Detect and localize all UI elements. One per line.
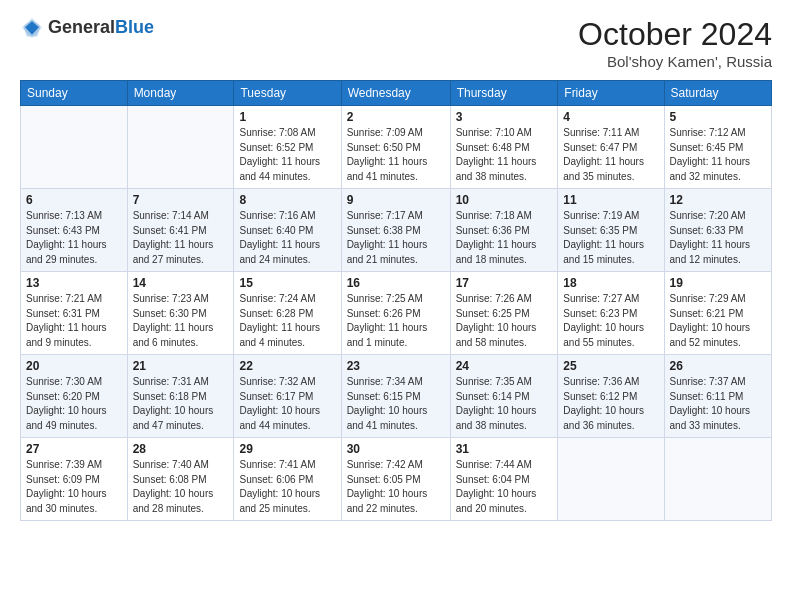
sunset-text: Sunset: 6:36 PM: [456, 225, 530, 236]
table-cell: 22 Sunrise: 7:32 AM Sunset: 6:17 PM Dayl…: [234, 355, 341, 438]
sunrise-text: Sunrise: 7:21 AM: [26, 293, 102, 304]
day-info: Sunrise: 7:36 AM Sunset: 6:12 PM Dayligh…: [563, 375, 658, 433]
day-number: 1: [239, 110, 335, 124]
daylight-text: Daylight: 10 hours and 49 minutes.: [26, 405, 107, 431]
table-cell: 21 Sunrise: 7:31 AM Sunset: 6:18 PM Dayl…: [127, 355, 234, 438]
day-number: 2: [347, 110, 445, 124]
table-cell: 27 Sunrise: 7:39 AM Sunset: 6:09 PM Dayl…: [21, 438, 128, 521]
day-number: 24: [456, 359, 553, 373]
day-number: 13: [26, 276, 122, 290]
sunset-text: Sunset: 6:43 PM: [26, 225, 100, 236]
table-cell: 7 Sunrise: 7:14 AM Sunset: 6:41 PM Dayli…: [127, 189, 234, 272]
calendar-week-row: 13 Sunrise: 7:21 AM Sunset: 6:31 PM Dayl…: [21, 272, 772, 355]
day-info: Sunrise: 7:12 AM Sunset: 6:45 PM Dayligh…: [670, 126, 766, 184]
day-info: Sunrise: 7:09 AM Sunset: 6:50 PM Dayligh…: [347, 126, 445, 184]
table-cell: [127, 106, 234, 189]
table-cell: 14 Sunrise: 7:23 AM Sunset: 6:30 PM Dayl…: [127, 272, 234, 355]
sunset-text: Sunset: 6:17 PM: [239, 391, 313, 402]
day-info: Sunrise: 7:11 AM Sunset: 6:47 PM Dayligh…: [563, 126, 658, 184]
daylight-text: Daylight: 11 hours and 29 minutes.: [26, 239, 107, 265]
sunset-text: Sunset: 6:12 PM: [563, 391, 637, 402]
daylight-text: Daylight: 10 hours and 36 minutes.: [563, 405, 644, 431]
sunrise-text: Sunrise: 7:10 AM: [456, 127, 532, 138]
table-cell: 6 Sunrise: 7:13 AM Sunset: 6:43 PM Dayli…: [21, 189, 128, 272]
calendar-header-row: Sunday Monday Tuesday Wednesday Thursday…: [21, 81, 772, 106]
sunset-text: Sunset: 6:15 PM: [347, 391, 421, 402]
day-number: 28: [133, 442, 229, 456]
logo: GeneralBlue: [20, 16, 154, 40]
table-cell: 28 Sunrise: 7:40 AM Sunset: 6:08 PM Dayl…: [127, 438, 234, 521]
daylight-text: Daylight: 10 hours and 38 minutes.: [456, 405, 537, 431]
day-info: Sunrise: 7:37 AM Sunset: 6:11 PM Dayligh…: [670, 375, 766, 433]
daylight-text: Daylight: 11 hours and 32 minutes.: [670, 156, 751, 182]
day-info: Sunrise: 7:44 AM Sunset: 6:04 PM Dayligh…: [456, 458, 553, 516]
daylight-text: Daylight: 11 hours and 41 minutes.: [347, 156, 428, 182]
daylight-text: Daylight: 10 hours and 28 minutes.: [133, 488, 214, 514]
col-monday: Monday: [127, 81, 234, 106]
calendar-week-row: 20 Sunrise: 7:30 AM Sunset: 6:20 PM Dayl…: [21, 355, 772, 438]
logo-icon: [20, 16, 44, 40]
day-number: 17: [456, 276, 553, 290]
daylight-text: Daylight: 11 hours and 18 minutes.: [456, 239, 537, 265]
table-cell: 9 Sunrise: 7:17 AM Sunset: 6:38 PM Dayli…: [341, 189, 450, 272]
sunrise-text: Sunrise: 7:17 AM: [347, 210, 423, 221]
table-cell: [558, 438, 664, 521]
table-cell: 2 Sunrise: 7:09 AM Sunset: 6:50 PM Dayli…: [341, 106, 450, 189]
day-info: Sunrise: 7:18 AM Sunset: 6:36 PM Dayligh…: [456, 209, 553, 267]
day-number: 20: [26, 359, 122, 373]
table-cell: 4 Sunrise: 7:11 AM Sunset: 6:47 PM Dayli…: [558, 106, 664, 189]
sunset-text: Sunset: 6:33 PM: [670, 225, 744, 236]
sunrise-text: Sunrise: 7:26 AM: [456, 293, 532, 304]
sunset-text: Sunset: 6:04 PM: [456, 474, 530, 485]
day-number: 12: [670, 193, 766, 207]
daylight-text: Daylight: 11 hours and 44 minutes.: [239, 156, 320, 182]
daylight-text: Daylight: 11 hours and 38 minutes.: [456, 156, 537, 182]
calendar-week-row: 1 Sunrise: 7:08 AM Sunset: 6:52 PM Dayli…: [21, 106, 772, 189]
day-info: Sunrise: 7:41 AM Sunset: 6:06 PM Dayligh…: [239, 458, 335, 516]
sunrise-text: Sunrise: 7:30 AM: [26, 376, 102, 387]
sunrise-text: Sunrise: 7:24 AM: [239, 293, 315, 304]
day-number: 29: [239, 442, 335, 456]
location: Bol'shoy Kamen', Russia: [578, 53, 772, 70]
day-number: 10: [456, 193, 553, 207]
daylight-text: Daylight: 11 hours and 1 minute.: [347, 322, 428, 348]
sunset-text: Sunset: 6:52 PM: [239, 142, 313, 153]
day-info: Sunrise: 7:24 AM Sunset: 6:28 PM Dayligh…: [239, 292, 335, 350]
sunrise-text: Sunrise: 7:18 AM: [456, 210, 532, 221]
day-info: Sunrise: 7:34 AM Sunset: 6:15 PM Dayligh…: [347, 375, 445, 433]
sunrise-text: Sunrise: 7:34 AM: [347, 376, 423, 387]
sunset-text: Sunset: 6:40 PM: [239, 225, 313, 236]
table-cell: 10 Sunrise: 7:18 AM Sunset: 6:36 PM Dayl…: [450, 189, 558, 272]
daylight-text: Daylight: 11 hours and 35 minutes.: [563, 156, 644, 182]
calendar-week-row: 6 Sunrise: 7:13 AM Sunset: 6:43 PM Dayli…: [21, 189, 772, 272]
sunrise-text: Sunrise: 7:12 AM: [670, 127, 746, 138]
table-cell: 26 Sunrise: 7:37 AM Sunset: 6:11 PM Dayl…: [664, 355, 771, 438]
day-number: 4: [563, 110, 658, 124]
day-number: 8: [239, 193, 335, 207]
header: GeneralBlue October 2024 Bol'shoy Kamen'…: [20, 16, 772, 70]
day-number: 25: [563, 359, 658, 373]
sunset-text: Sunset: 6:30 PM: [133, 308, 207, 319]
day-info: Sunrise: 7:42 AM Sunset: 6:05 PM Dayligh…: [347, 458, 445, 516]
daylight-text: Daylight: 11 hours and 21 minutes.: [347, 239, 428, 265]
col-friday: Friday: [558, 81, 664, 106]
day-number: 30: [347, 442, 445, 456]
sunrise-text: Sunrise: 7:37 AM: [670, 376, 746, 387]
sunset-text: Sunset: 6:28 PM: [239, 308, 313, 319]
sunset-text: Sunset: 6:48 PM: [456, 142, 530, 153]
day-number: 21: [133, 359, 229, 373]
day-info: Sunrise: 7:32 AM Sunset: 6:17 PM Dayligh…: [239, 375, 335, 433]
daylight-text: Daylight: 10 hours and 20 minutes.: [456, 488, 537, 514]
col-saturday: Saturday: [664, 81, 771, 106]
day-info: Sunrise: 7:08 AM Sunset: 6:52 PM Dayligh…: [239, 126, 335, 184]
sunrise-text: Sunrise: 7:41 AM: [239, 459, 315, 470]
day-info: Sunrise: 7:35 AM Sunset: 6:14 PM Dayligh…: [456, 375, 553, 433]
table-cell: 3 Sunrise: 7:10 AM Sunset: 6:48 PM Dayli…: [450, 106, 558, 189]
sunrise-text: Sunrise: 7:31 AM: [133, 376, 209, 387]
table-cell: 18 Sunrise: 7:27 AM Sunset: 6:23 PM Dayl…: [558, 272, 664, 355]
daylight-text: Daylight: 11 hours and 6 minutes.: [133, 322, 214, 348]
day-info: Sunrise: 7:40 AM Sunset: 6:08 PM Dayligh…: [133, 458, 229, 516]
table-cell: 24 Sunrise: 7:35 AM Sunset: 6:14 PM Dayl…: [450, 355, 558, 438]
day-info: Sunrise: 7:20 AM Sunset: 6:33 PM Dayligh…: [670, 209, 766, 267]
daylight-text: Daylight: 10 hours and 33 minutes.: [670, 405, 751, 431]
